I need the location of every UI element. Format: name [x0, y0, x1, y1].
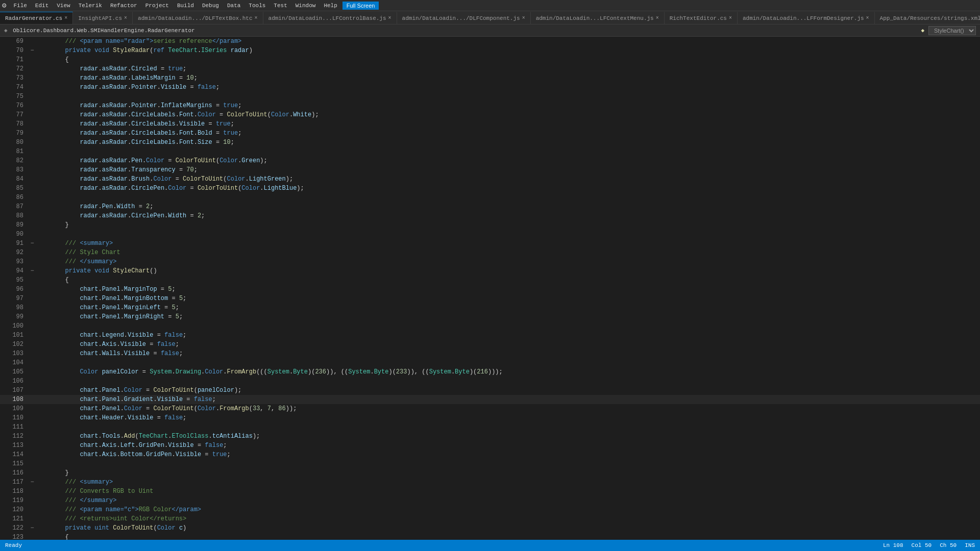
breakpoint-119[interactable]	[0, 496, 7, 505]
breakpoint-104[interactable]	[0, 358, 7, 367]
tab-lfcontrolbase[interactable]: admin/DataLoadin...LFControlBase.js ×	[263, 12, 397, 24]
breakpoint-71[interactable]	[0, 55, 7, 64]
tab-close-icon[interactable]: ×	[522, 15, 525, 21]
breakpoint-121[interactable]	[0, 514, 7, 523]
fold-button-88[interactable]	[29, 211, 36, 220]
breakpoint-91[interactable]	[0, 239, 7, 248]
fold-button-119[interactable]	[29, 496, 36, 505]
menu-refactor[interactable]: Refactor	[106, 2, 141, 10]
breakpoint-117[interactable]	[0, 478, 7, 487]
breakpoint-100[interactable]	[0, 321, 7, 331]
breakpoint-77[interactable]	[0, 110, 7, 119]
fold-button-69[interactable]	[29, 37, 36, 46]
breakpoint-74[interactable]	[0, 83, 7, 92]
fold-button-120[interactable]	[29, 505, 36, 514]
menu-window[interactable]: Window	[291, 2, 320, 10]
fold-button-90[interactable]	[29, 230, 36, 239]
menu-test[interactable]: Test	[270, 2, 291, 10]
fold-button-103[interactable]	[29, 349, 36, 358]
fold-button-86[interactable]	[29, 193, 36, 202]
fold-button-121[interactable]	[29, 514, 36, 523]
fold-button-75[interactable]	[29, 92, 36, 101]
breakpoint-89[interactable]	[0, 220, 7, 230]
fold-button-77[interactable]	[29, 110, 36, 119]
tab-insightapi[interactable]: InsightAPI.cs ×	[73, 12, 133, 24]
breakpoint-70[interactable]	[0, 46, 7, 55]
breakpoint-112[interactable]	[0, 432, 7, 441]
tab-richtexteditor[interactable]: RichTextEditor.cs ×	[665, 12, 738, 24]
fold-button-123[interactable]	[29, 533, 36, 540]
fold-button-114[interactable]	[29, 450, 36, 459]
menu-build[interactable]: Build	[173, 2, 198, 10]
menu-data[interactable]: Data	[223, 2, 244, 10]
fold-button-78[interactable]	[29, 119, 36, 129]
breakpoint-113[interactable]	[0, 441, 7, 450]
breakpoint-106[interactable]	[0, 377, 7, 386]
menu-debug[interactable]: Debug	[198, 2, 223, 10]
breakpoint-114[interactable]	[0, 450, 7, 459]
fold-button-118[interactable]	[29, 487, 36, 496]
breakpoint-111[interactable]	[0, 422, 7, 432]
fold-button-79[interactable]	[29, 129, 36, 138]
breakpoint-82[interactable]	[0, 156, 7, 165]
tab-lfformdesigner[interactable]: admin/DataLoadin...LFFormDesigner.js ×	[738, 12, 875, 24]
breakpoint-108[interactable]	[0, 395, 7, 404]
fold-button-92[interactable]	[29, 248, 36, 257]
fold-button-100[interactable]	[29, 321, 36, 331]
breakpoint-115[interactable]	[0, 459, 7, 468]
breakpoint-87[interactable]	[0, 202, 7, 211]
fold-button-76[interactable]	[29, 101, 36, 110]
breakpoint-80[interactable]	[0, 138, 7, 147]
fold-button-99[interactable]	[29, 312, 36, 321]
menu-file[interactable]: File	[9, 2, 31, 10]
tab-close-icon[interactable]: ×	[656, 15, 659, 21]
menu-tools[interactable]: Tools	[244, 2, 270, 10]
breakpoint-97[interactable]	[0, 294, 7, 303]
breakpoint-105[interactable]	[0, 367, 7, 377]
fold-button-71[interactable]	[29, 55, 36, 64]
fold-button-96[interactable]	[29, 285, 36, 294]
fold-button-72[interactable]	[29, 64, 36, 73]
fold-button-110[interactable]	[29, 413, 36, 422]
breakpoint-78[interactable]	[0, 119, 7, 129]
tab-dlftextbox[interactable]: admin/DataLoadin.../DLFTextBox.htc ×	[133, 12, 263, 24]
fold-button-105[interactable]	[29, 367, 36, 377]
menu-view[interactable]: View	[53, 2, 74, 10]
breakpoint-110[interactable]	[0, 413, 7, 422]
breakpoint-79[interactable]	[0, 129, 7, 138]
fold-button-74[interactable]	[29, 83, 36, 92]
menu-telerik[interactable]: Telerik	[75, 2, 106, 10]
fold-button-91[interactable]: −	[29, 239, 36, 248]
breakpoint-84[interactable]	[0, 174, 7, 184]
fold-button-101[interactable]	[29, 331, 36, 340]
fold-button-83[interactable]	[29, 165, 36, 174]
fold-button-109[interactable]	[29, 404, 36, 413]
fold-button-98[interactable]	[29, 303, 36, 312]
breakpoint-81[interactable]	[0, 147, 7, 156]
breakpoint-118[interactable]	[0, 487, 7, 496]
breakpoint-75[interactable]	[0, 92, 7, 101]
menu-edit[interactable]: Edit	[31, 2, 53, 10]
fold-button-87[interactable]	[29, 202, 36, 211]
breakpoint-107[interactable]	[0, 386, 7, 395]
fold-button-81[interactable]	[29, 147, 36, 156]
breakpoint-94[interactable]	[0, 266, 7, 276]
breakpoint-95[interactable]	[0, 276, 7, 285]
menu-help[interactable]: Help	[320, 2, 341, 10]
tab-close-icon[interactable]: ×	[255, 15, 258, 21]
fold-button-112[interactable]	[29, 432, 36, 441]
method-dropdown[interactable]: StyleChart()	[928, 26, 976, 35]
breakpoint-122[interactable]	[0, 523, 7, 533]
breakpoint-99[interactable]	[0, 312, 7, 321]
tab-close-icon[interactable]: ×	[729, 15, 732, 21]
breakpoint-69[interactable]	[0, 37, 7, 46]
breakpoint-98[interactable]	[0, 303, 7, 312]
fold-button-80[interactable]	[29, 138, 36, 147]
tab-close-icon[interactable]: ×	[866, 15, 869, 21]
fold-button-93[interactable]	[29, 257, 36, 266]
fold-button-89[interactable]	[29, 220, 36, 230]
fold-button-85[interactable]	[29, 184, 36, 193]
fold-button-111[interactable]	[29, 422, 36, 432]
breakpoint-72[interactable]	[0, 64, 7, 73]
fold-button-84[interactable]	[29, 174, 36, 184]
